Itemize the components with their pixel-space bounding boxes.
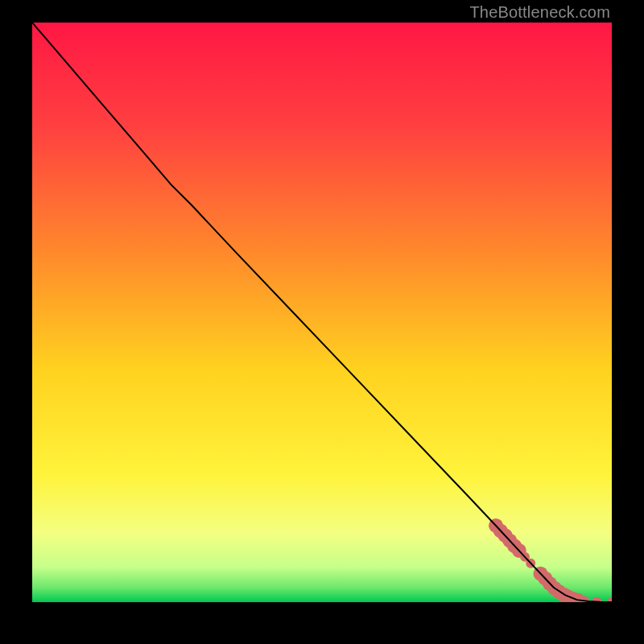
- chart-svg: [32, 23, 612, 602]
- watermark-text: TheBottleneck.com: [469, 3, 610, 22]
- gradient-background: [32, 23, 612, 602]
- plot-area: [32, 23, 612, 602]
- chart-frame: TheBottleneck.com: [0, 0, 644, 644]
